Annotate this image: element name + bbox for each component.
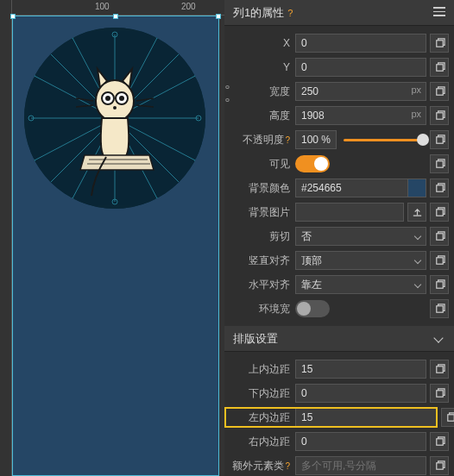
valign-label: 竖直对齐	[224, 254, 295, 268]
opacity-input[interactable]	[295, 130, 337, 149]
pad-bottom-input[interactable]	[295, 384, 426, 403]
resize-handle-tr[interactable]	[216, 14, 221, 19]
svg-rect-46	[436, 64, 442, 70]
row-clip: 剪切 否	[224, 224, 454, 248]
svg-point-28	[195, 73, 199, 78]
canvas-area: 100 200	[0, 0, 224, 476]
envwidth-label: 环境宽	[224, 302, 295, 316]
row-bgcolor: 背景颜色	[224, 176, 454, 200]
row-visible: 可见	[224, 152, 454, 176]
row-envwidth: 环境宽	[224, 297, 454, 321]
extra-label: 额外元素类?	[224, 459, 295, 473]
svg-point-17	[35, 38, 40, 43]
upload-button[interactable]	[407, 203, 426, 222]
clip-select[interactable]: 否	[295, 227, 426, 246]
svg-rect-47	[436, 88, 442, 94]
svg-rect-51	[436, 185, 442, 191]
pad-right-label: 右内边距	[224, 435, 295, 449]
halign-select[interactable]: 靠左	[295, 275, 426, 294]
svg-rect-59	[447, 414, 453, 420]
copy-button[interactable]	[430, 154, 449, 173]
height-input[interactable]	[295, 106, 426, 125]
help-icon[interactable]: ?	[287, 8, 293, 18]
x-input[interactable]	[295, 34, 426, 53]
copy-button[interactable]	[430, 203, 449, 222]
pad-left-input[interactable]	[295, 409, 436, 426]
help-icon[interactable]: ?	[285, 461, 290, 471]
height-unit: px	[411, 109, 421, 119]
pad-right-input[interactable]	[295, 432, 426, 451]
svg-rect-58	[436, 390, 442, 396]
ruler-tick: 200	[181, 2, 196, 11]
bgcolor-label: 背景颜色	[224, 181, 295, 196]
row-halign: 水平对齐 靠左	[224, 272, 454, 297]
ruler-horizontal: 100 200	[0, 0, 224, 16]
section-title: 排版设置	[233, 331, 278, 347]
copy-button[interactable]	[430, 130, 449, 149]
pad-top-input[interactable]	[295, 360, 426, 379]
copy-button[interactable]	[430, 432, 449, 451]
bgcolor-input[interactable]	[295, 178, 407, 197]
copy-button[interactable]	[430, 82, 449, 101]
copy-button[interactable]	[441, 408, 454, 427]
pad-top-label: 上内边距	[224, 362, 295, 377]
copy-button[interactable]	[430, 58, 449, 77]
svg-point-38	[113, 106, 117, 110]
content-image[interactable]	[24, 28, 205, 209]
width-unit: px	[411, 85, 421, 95]
copy-button[interactable]	[430, 227, 449, 246]
svg-rect-61	[436, 462, 442, 468]
row-pad-left: 左内边距	[224, 405, 454, 429]
copy-button[interactable]	[430, 384, 449, 403]
resize-handle-tm[interactable]	[113, 14, 118, 19]
menu-icon[interactable]	[433, 7, 445, 16]
copy-button[interactable]	[430, 360, 449, 379]
visible-label: 可见	[224, 157, 295, 172]
properties-panel: 列1的属性 ? ⚬⚬ X Y 宽度 px 高度	[224, 0, 454, 476]
svg-rect-57	[436, 366, 442, 372]
row-x: X	[224, 31, 454, 55]
copy-button[interactable]	[430, 178, 449, 197]
ruler-tick: 100	[95, 2, 110, 11]
y-input[interactable]	[295, 58, 426, 77]
svg-point-36	[105, 96, 110, 101]
copy-button[interactable]	[430, 251, 449, 270]
pad-bottom-label: 下内边距	[224, 386, 295, 401]
halign-label: 水平对齐	[224, 278, 295, 292]
row-pad-top: 上内边距	[224, 357, 454, 381]
x-label: X	[224, 37, 295, 49]
color-swatch[interactable]	[407, 178, 426, 197]
svg-rect-56	[436, 305, 442, 311]
help-icon[interactable]: ?	[285, 135, 290, 145]
width-label: 宽度	[224, 85, 295, 99]
opacity-label: 不透明度?	[224, 133, 295, 147]
copy-button[interactable]	[430, 456, 449, 475]
copy-button[interactable]	[430, 275, 449, 294]
height-label: 高度	[224, 109, 295, 123]
bgimage-input[interactable]	[295, 203, 404, 222]
copy-button[interactable]	[430, 106, 449, 125]
link-dimensions-icon[interactable]: ⚬⚬	[223, 81, 232, 107]
svg-rect-52	[436, 209, 442, 215]
chevron-down-icon	[435, 335, 444, 343]
row-pad-bottom: 下内边距	[224, 381, 454, 405]
copy-button[interactable]	[430, 34, 449, 53]
row-y: Y	[224, 55, 454, 79]
section-typography[interactable]: 排版设置	[224, 326, 454, 352]
svg-point-19	[35, 193, 40, 198]
svg-rect-48	[436, 112, 442, 118]
extra-input[interactable]	[295, 456, 426, 475]
valign-select[interactable]: 顶部	[295, 251, 426, 270]
row-pad-right: 右内边距	[224, 429, 454, 454]
envwidth-toggle[interactable]	[295, 300, 330, 317]
selected-element-frame[interactable]	[12, 16, 219, 476]
width-input[interactable]	[295, 82, 426, 101]
visible-toggle[interactable]	[295, 155, 330, 172]
opacity-slider[interactable]	[344, 139, 423, 141]
copy-button[interactable]	[430, 299, 449, 318]
svg-point-32	[156, 198, 161, 203]
slider-knob[interactable]	[417, 134, 429, 146]
resize-handle-tl[interactable]	[10, 14, 16, 19]
row-extra-classes: 额外元素类?	[224, 454, 454, 476]
svg-rect-50	[436, 160, 442, 166]
